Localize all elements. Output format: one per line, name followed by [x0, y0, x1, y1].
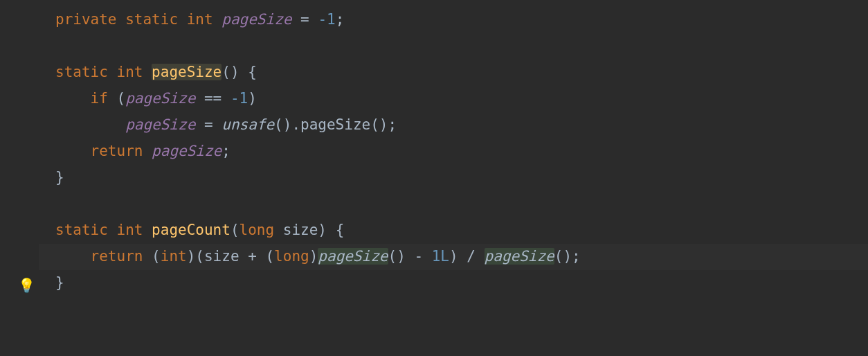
brace: }: [55, 274, 64, 291]
code-line: return pageSize;: [39, 139, 868, 165]
text: [143, 143, 152, 159]
text: ().pageSize();: [274, 116, 397, 133]
keyword: if: [91, 90, 108, 107]
type: int: [117, 64, 143, 80]
code-line: if (pageSize == -1): [39, 86, 868, 112]
text: (: [230, 222, 239, 238]
code-line-blank: [39, 33, 868, 60]
code-line: }: [39, 165, 868, 191]
text: (: [108, 90, 125, 107]
text: )(size + (: [187, 248, 274, 265]
keyword: static: [125, 11, 178, 28]
method-call: unsafe: [221, 116, 274, 133]
text: () {: [221, 64, 257, 80]
brace: }: [55, 169, 64, 186]
text: ): [309, 248, 318, 265]
type: int: [161, 248, 187, 265]
number: -1: [230, 90, 248, 107]
method-name: pageSize: [152, 64, 221, 80]
method-name: pageCount: [152, 222, 230, 238]
text: ();: [554, 248, 581, 265]
field: pageSize: [152, 143, 221, 159]
number: 1L: [432, 248, 449, 265]
code-line: pageSize = unsafe().pageSize();: [39, 112, 868, 139]
text: size) {: [274, 222, 344, 238]
operator: =: [195, 116, 221, 133]
type: int: [117, 222, 143, 238]
field: pageSize: [125, 116, 195, 133]
type: long: [274, 248, 309, 265]
keyword: private: [55, 11, 117, 28]
keyword: return: [91, 248, 143, 265]
code-line: }: [39, 270, 868, 296]
lightbulb-icon[interactable]: 💡: [18, 273, 35, 298]
code-line: private static int pageSize = -1;: [39, 7, 868, 33]
type: int: [187, 11, 213, 28]
method-call: pageSize: [318, 248, 388, 265]
text: ): [248, 90, 257, 107]
code-line-blank: [39, 191, 868, 217]
code-editor[interactable]: private static int pageSize = -1; static…: [39, 0, 868, 356]
text: ) /: [449, 248, 485, 265]
editor-gutter: 💡: [0, 0, 39, 356]
text: (: [143, 248, 160, 265]
type: long: [239, 222, 275, 238]
semicolon: ;: [336, 11, 345, 28]
keyword: return: [91, 143, 143, 159]
field: pageSize: [125, 90, 195, 107]
code-line-current: return (int)(size + (long)pageSize() - 1…: [39, 244, 868, 270]
keyword: static: [55, 222, 108, 238]
text: () -: [388, 248, 432, 265]
code-line: static int pageCount(long size) {: [39, 217, 868, 244]
field: pageSize: [221, 11, 291, 28]
semicolon: ;: [221, 143, 230, 159]
method-call: pageSize: [485, 248, 554, 265]
code-line: static int pageSize() {: [39, 60, 868, 86]
keyword: static: [55, 64, 108, 80]
number: -1: [318, 11, 335, 28]
operator: ==: [195, 90, 230, 107]
operator: =: [291, 11, 318, 28]
